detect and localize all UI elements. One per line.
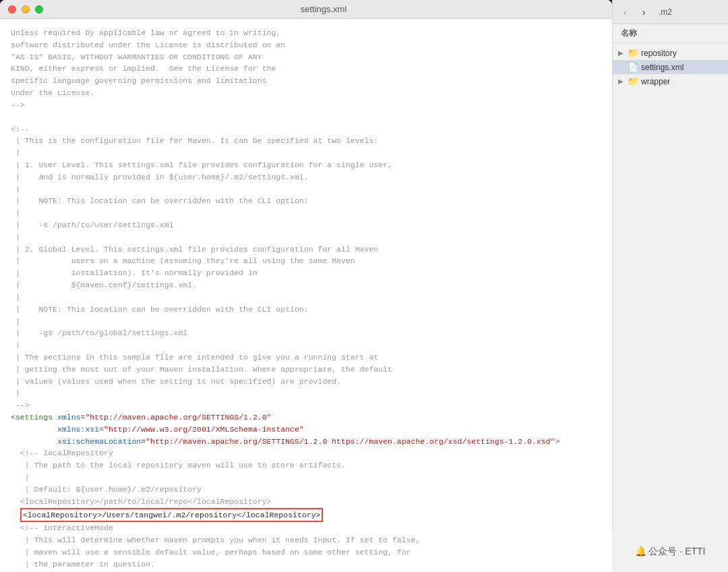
sidebar-path: .m2 — [659, 7, 672, 17]
file-name-settings-xml: settings.xml — [641, 63, 684, 72]
file-name-wrapper: wrapper — [641, 77, 670, 86]
folder-icon-2: 📁 — [628, 76, 638, 86]
traffic-lights — [8, 5, 43, 13]
editor-window: settings.xml Unless required by applicab… — [0, 0, 612, 572]
watermark-text: 🔔 公众号 · ETTI — [635, 546, 706, 558]
editor-area: Unless required by applicable law or agr… — [0, 19, 612, 572]
file-list: ▶ 📁 repository ▶ 📄 settings.xml ▶ 📁 wrap… — [613, 43, 728, 572]
sidebar-header: 名称 — [613, 24, 728, 43]
close-button[interactable] — [8, 5, 16, 13]
chevron-right-icon-2: ▶ — [618, 78, 624, 85]
file-name-repository: repository — [641, 49, 677, 58]
chevron-right-icon: ▶ — [618, 49, 624, 57]
xml-file-icon: 📄 — [628, 62, 638, 72]
back-button[interactable]: ‹ — [618, 5, 632, 19]
forward-button[interactable]: › — [637, 5, 650, 19]
window-title: settings.xml — [43, 4, 604, 14]
title-bar: settings.xml — [0, 0, 612, 19]
maximize-button[interactable] — [35, 5, 43, 13]
file-item-settings-xml[interactable]: ▶ 📄 settings.xml — [613, 60, 728, 74]
sidebar-nav: ‹ › .m2 — [613, 0, 728, 24]
file-item-repository[interactable]: ▶ 📁 repository — [613, 46, 728, 60]
minimize-button[interactable] — [22, 5, 30, 13]
file-sidebar: ‹ › .m2 名称 ▶ 📁 repository ▶ 📄 settings.x… — [612, 0, 728, 572]
file-item-wrapper[interactable]: ▶ 📁 wrapper — [613, 74, 728, 88]
code-content[interactable]: Unless required by applicable law or agr… — [0, 19, 612, 572]
folder-icon: 📁 — [628, 48, 638, 58]
watermark-area: 🔔 公众号 · ETTI — [612, 532, 728, 572]
